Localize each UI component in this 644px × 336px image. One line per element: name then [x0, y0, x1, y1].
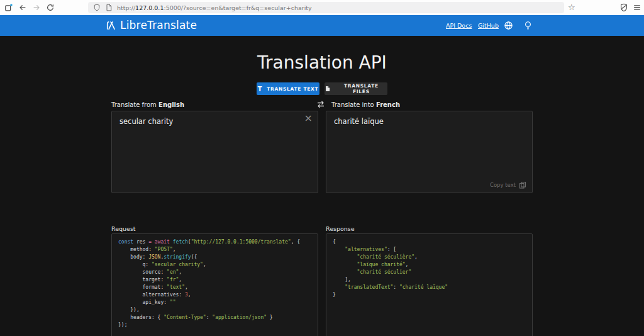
response-label: Response — [326, 225, 355, 232]
libretranslate-logo-icon — [105, 20, 117, 31]
brand-name: LibreTranslate — [120, 19, 197, 31]
screen: http://127.0.0.1:5000/?source=en&target=… — [0, 0, 644, 336]
translate-files-tab[interactable]: TRANSLATE FILES — [325, 82, 387, 95]
copy-icon — [519, 181, 526, 189]
url-host: 127.0.0.1 — [135, 4, 164, 11]
source-textarea[interactable]: secular charity × — [111, 111, 318, 193]
save-shield-icon[interactable] — [619, 3, 628, 12]
translate-text-tab[interactable]: T TRANSLATE TEXT — [257, 82, 319, 95]
target-language-label: Translate into French — [331, 101, 400, 108]
forward-icon[interactable] — [32, 3, 41, 12]
translate-text-icon: T — [258, 86, 263, 92]
url-scheme: http:// — [117, 4, 135, 11]
source-language-label: Translate from English — [111, 101, 184, 108]
target-textarea: charité laïque Copy text — [326, 111, 533, 193]
source-text: secular charity — [119, 117, 173, 126]
swap-languages-icon[interactable] — [316, 100, 326, 109]
bookmark-star-icon[interactable]: ☆ — [568, 2, 575, 13]
target-text: charité laïque — [334, 117, 384, 126]
clear-text-icon[interactable]: × — [304, 113, 313, 124]
copy-text-button[interactable]: Copy text — [490, 181, 526, 189]
language-globe-icon[interactable] — [504, 21, 513, 30]
menu-icon[interactable] — [633, 3, 641, 12]
target-label-prefix: Translate into — [331, 101, 374, 108]
address-bar[interactable]: http://127.0.0.1:5000/?source=en&target=… — [88, 2, 564, 13]
browser-toolbar: http://127.0.0.1:5000/?source=en&target=… — [0, 0, 644, 15]
back-icon[interactable] — [18, 3, 27, 12]
url-text: http://127.0.0.1:5000/?source=en&target=… — [117, 4, 312, 11]
page-info-icon[interactable] — [105, 4, 113, 11]
tab-window-icon[interactable] — [4, 3, 13, 12]
file-icon — [325, 86, 331, 92]
translate-text-label: TRANSLATE TEXT — [267, 86, 318, 92]
page-title: Translation API — [0, 52, 644, 73]
nav-api-docs[interactable]: API Docs — [446, 22, 472, 29]
shield-icon[interactable] — [93, 4, 101, 11]
source-label-prefix: Translate from — [111, 101, 157, 108]
response-code-block[interactable]: { "alternatives": [ "charité séculière",… — [326, 233, 533, 336]
copy-text-label: Copy text — [490, 182, 516, 188]
brand[interactable]: LibreTranslate — [105, 19, 197, 31]
url-query: :5000/?source=en&target=fr&q=secular+cha… — [164, 4, 311, 11]
source-language[interactable]: English — [158, 101, 184, 108]
translate-files-label: TRANSLATE FILES — [335, 83, 387, 94]
site-header: LibreTranslate API Docs GitHub — [0, 15, 644, 36]
nav-github[interactable]: GitHub — [478, 22, 499, 29]
request-code-block[interactable]: const res = await fetch("http://127.0.0.… — [111, 233, 318, 336]
target-language[interactable]: French — [376, 101, 400, 108]
theme-lightbulb-icon[interactable] — [524, 21, 532, 30]
reload-icon[interactable] — [46, 3, 55, 12]
request-label: Request — [111, 225, 136, 232]
